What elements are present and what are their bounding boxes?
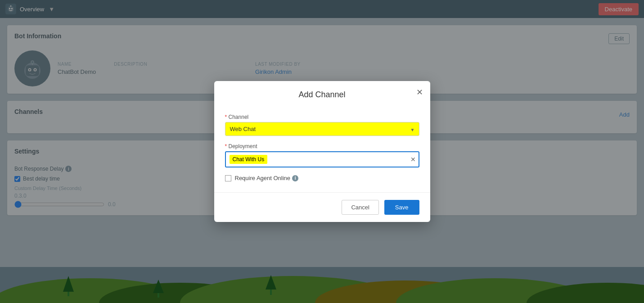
channel-required-star: * [225, 114, 227, 120]
channel-select[interactable]: Web Chat Slack Teams Facebook [225, 122, 419, 136]
modal-header: Add Channel [214, 81, 430, 107]
require-agent-checkbox[interactable] [225, 175, 231, 181]
add-channel-modal: ✕ Add Channel * Channel Web Chat Slack T… [214, 81, 430, 222]
deployment-required-star: * [225, 143, 227, 149]
require-agent-label: Require Agent Online i [235, 175, 299, 181]
require-agent-row: Require Agent Online i [225, 175, 419, 181]
require-agent-info-icon[interactable]: i [292, 175, 298, 181]
deployment-form-group: * Deployment Chat With Us ✕ [225, 143, 419, 167]
modal-body: * Channel Web Chat Slack Teams Facebook … [214, 107, 430, 192]
modal-overlay: ✕ Add Channel * Channel Web Chat Slack T… [0, 0, 644, 303]
channel-label: * Channel [225, 114, 419, 120]
save-button[interactable]: Save [384, 200, 419, 215]
deployment-label: * Deployment [225, 143, 419, 149]
deployment-tag: Chat With Us [230, 155, 268, 164]
deployment-value: Chat With Us [231, 156, 266, 163]
channel-form-group: * Channel Web Chat Slack Teams Facebook [225, 114, 419, 136]
cancel-button[interactable]: Cancel [342, 200, 378, 215]
deployment-input-field[interactable]: Chat With Us [225, 151, 419, 167]
deployment-clear-button[interactable]: ✕ [410, 156, 416, 163]
modal-title: Add Channel [225, 90, 419, 99]
modal-footer: Cancel Save [214, 192, 430, 222]
